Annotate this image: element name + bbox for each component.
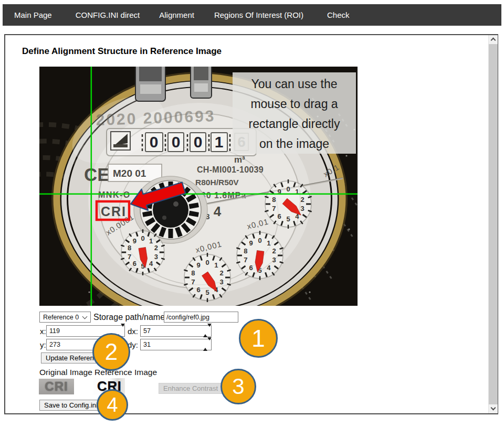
dial-digit: 9 — [249, 239, 253, 247]
dial-digit: 6 — [278, 212, 281, 220]
dial-digit: 1 — [267, 239, 270, 247]
dial-digit: 9 — [278, 188, 281, 196]
scroll-up-button[interactable] — [489, 35, 498, 44]
dial-digit: 8 — [191, 269, 195, 277]
hint-line: You can use the — [233, 74, 356, 94]
dial-digit: 3 — [154, 253, 158, 261]
dial-digit: 0 — [286, 185, 290, 193]
chevron-up-icon — [491, 38, 496, 43]
dial-digit: 0 — [141, 234, 144, 242]
reference-image-canvas[interactable]: 2020 2000693 0 0 0 1 — [39, 67, 358, 306]
dial-digit: 5 — [286, 215, 290, 223]
dial-digit: 1 — [149, 237, 153, 245]
dial-digit: 2 — [220, 269, 224, 277]
dial-digit: 1 — [214, 261, 218, 269]
chevron-down-icon — [491, 405, 496, 411]
dial-digit: 7 — [191, 278, 195, 286]
frame-scrollbar[interactable] — [488, 35, 497, 413]
counter-digit-2: 0 — [172, 133, 181, 151]
y-value: 273 — [49, 341, 60, 348]
alignment-ref-text: CRI — [101, 204, 127, 219]
x-label: x: — [40, 327, 46, 336]
dial-digit: 7 — [128, 253, 131, 261]
step-badge-1: 1 — [239, 319, 278, 358]
dial-digit: 6 — [197, 286, 201, 294]
nav-item-alignment[interactable]: Alignment — [159, 10, 194, 19]
dial-digit: 5 — [205, 288, 209, 296]
dx-label: dx: — [128, 327, 138, 336]
original-image-thumbnail: CRI — [39, 379, 74, 394]
dial-digit: 2 — [154, 244, 158, 252]
dial-digit: 8 — [128, 244, 131, 252]
dial-digit: 9 — [133, 237, 136, 245]
dy-input[interactable]: 31 — [140, 339, 212, 350]
dial-digit: 9 — [197, 261, 201, 269]
dial-digit: 1 — [295, 188, 299, 196]
nav-item-check[interactable]: Check — [327, 10, 350, 19]
y-label: y: — [40, 340, 46, 349]
dial-digit: 6 — [133, 260, 136, 268]
reference-select[interactable]: Reference 0 — [39, 312, 91, 323]
counter-digit-1: 0 — [150, 133, 159, 151]
meter-id: CH-MI001-10039 — [197, 165, 264, 174]
meter-type: MNK-O — [98, 190, 131, 199]
crosshair-vertical-line — [91, 67, 92, 306]
dx-value: 57 — [143, 327, 151, 335]
chevron-down-icon — [82, 314, 88, 319]
dial-digit: 0 — [205, 259, 209, 266]
reference-select-value: Reference 0 — [43, 314, 79, 321]
dial-digit: 3 — [301, 205, 304, 212]
nav-item-roi[interactable]: Regions Of Interest (ROI) — [214, 10, 303, 19]
content-frame: Define Alignment Structure in Reference … — [4, 34, 498, 414]
meter-ratio: R80H/R50V — [195, 178, 239, 187]
dial-digit: 8 — [272, 196, 276, 204]
dial-digit: 7 — [244, 256, 247, 264]
counter-digit-4: 1 — [215, 133, 224, 151]
dial-digit: 0 — [258, 237, 261, 244]
nav-item-main-page[interactable]: Main Page — [14, 10, 52, 19]
storage-path-label: Storage path/name: — [93, 313, 167, 322]
counter-unit: m³ — [234, 155, 245, 165]
step-badge-2: 2 — [92, 333, 130, 371]
dial-digit: 6 — [249, 264, 253, 272]
dial-digit: 2 — [272, 247, 276, 255]
dy-value: 31 — [143, 341, 151, 348]
hint-line: rectangle directly — [233, 114, 356, 134]
top-nav-bar: Main Page CONFIG.INI direct Alignment Re… — [3, 4, 501, 26]
drag-hint-overlay: You can use the mouse to drag a rectangl… — [233, 72, 356, 154]
dial-digit: 8 — [244, 247, 247, 255]
page-title: Define Alignment Structure in Reference … — [22, 46, 222, 57]
counter-digit-3: 0 — [194, 133, 203, 151]
hint-line: mouse to drag a — [233, 94, 356, 114]
dial-digit: 3 — [272, 256, 276, 264]
step-badge-3: 3 — [220, 369, 256, 404]
dial-digit: 3 — [220, 278, 224, 286]
ce-mark: CE — [84, 164, 110, 185]
dy-spinner[interactable] — [203, 340, 209, 349]
dial-digit: 4 — [149, 260, 153, 268]
save-to-config-button[interactable]: Save to Config.ini — [39, 400, 102, 411]
hint-line: on the image — [233, 134, 356, 154]
scrollbar-thumb[interactable] — [489, 44, 498, 404]
enhance-contrast-button[interactable]: Enhance Contrast — [159, 383, 223, 394]
dx-spinner[interactable] — [203, 327, 209, 335]
nav-item-config-ini[interactable]: CONFIG.INI direct — [76, 10, 140, 19]
thumbnails-caption: Original Image Reference Image — [39, 368, 157, 377]
approval-mark: M20 01 — [113, 168, 146, 179]
x-value: 119 — [49, 327, 60, 335]
storage-path-input[interactable] — [164, 312, 238, 323]
dial-digit: 7 — [272, 205, 276, 212]
dial-digit: 4 — [267, 264, 271, 272]
dx-input[interactable]: 57 — [140, 325, 212, 337]
step-badge-4: 4 — [97, 389, 128, 421]
crosshair-horizontal-line — [39, 194, 358, 195]
dial-digit: 2 — [301, 196, 304, 204]
scroll-down-button[interactable] — [489, 404, 498, 413]
